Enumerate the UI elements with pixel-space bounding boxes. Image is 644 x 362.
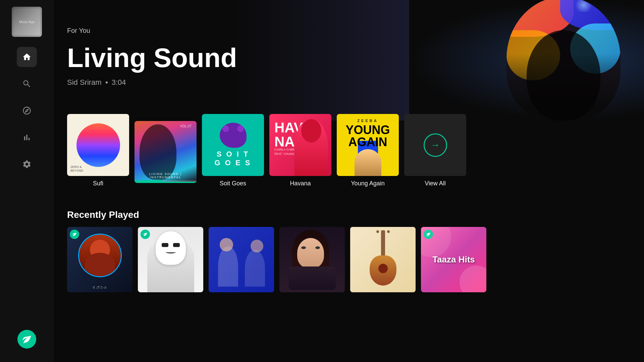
sidebar-item-charts[interactable] [17,127,37,147]
compass-icon [22,106,32,115]
living-sound-vol: VOL.07 [180,124,192,128]
album-art-young-again: ZEEBA YOUNGAGAIN [337,114,399,176]
album-card-living-sound[interactable]: VOL.07 LIVING SOUND | INSTRUMENTAL [135,121,197,187]
recent-card-1[interactable]: ಕನ್ನಡ [67,227,132,292]
album-label-soit-goes: Soit Goes [220,180,246,187]
bar-chart-icon [22,133,32,142]
album-art-soit-goes: S O I TG O E S [202,114,264,176]
rc1-bottom-label: ಕನ್ನಡ [67,286,132,290]
sidebar-navigation [17,47,37,330]
arrow-right-icon: → [431,140,440,150]
album-card-young-again[interactable]: ZEEBA YOUNGAGAIN Young Again [337,114,399,187]
hero-background-art [409,0,644,121]
app-logo[interactable]: Music App [12,7,42,37]
section-label: For You [67,27,237,35]
view-all-circle: → [424,133,447,157]
taaza-hits-title: Taaza Hits [432,254,475,265]
album-art-living-sound: VOL.07 LIVING SOUND | INSTRUMENTAL [135,121,197,183]
recent-card-6[interactable]: Taaza Hits [421,227,486,292]
sidebar: Music App [0,0,54,362]
album-progress-fill [135,180,162,182]
hero-content: For You Living Sound Sid Sriram 3:04 [67,27,237,87]
hero-meta: Sid Sriram 3:04 [67,78,237,87]
album-label-view-all: View All [425,180,446,187]
sidebar-bottom [17,330,36,349]
hero-title: Living Sound [67,45,237,71]
search-icon [22,79,32,88]
young-again-artist: ZEEBA [341,119,394,123]
hero-section: For You Living Sound Sid Sriram 3:04 [54,0,644,121]
view-all-container: → [404,114,466,176]
recently-played-row: ಕನ್ನಡ [67,227,631,292]
album-card-soit-goes[interactable]: S O I TG O E S Soit Goes [202,114,264,187]
rc1-badge [70,230,79,239]
album-card-sufi[interactable]: ZERO &BEYOND Sufi [67,114,129,187]
albums-row: ZERO &BEYOND Sufi VOL.07 LIVING SOUND | … [67,114,631,187]
hero-artwork [493,0,627,121]
hero-artist: Sid Sriram [67,78,102,87]
recent-card-2[interactable] [138,227,203,292]
album-label-young-again: Young Again [351,180,384,187]
sufi-circle-decoration [76,123,120,167]
sidebar-item-settings[interactable] [17,154,37,174]
sidebar-item-home[interactable] [17,47,37,67]
sidebar-item-search[interactable] [17,74,37,94]
young-again-title: YOUNGAGAIN [341,124,394,148]
album-label-sufi: Sufi [93,180,103,187]
settings-icon [22,160,32,169]
recent-card-5[interactable]: हिंदी [350,227,416,292]
app-brand-icon[interactable] [17,330,36,349]
main-content: For You Living Sound Sid Sriram 3:04 ZER… [54,0,644,362]
meta-separator [106,81,108,83]
recent-card-3[interactable]: తెలుగు [209,227,274,292]
recently-played-title: Recently Played [67,209,631,220]
leaf-icon [22,334,32,344]
album-art-sufi: ZERO &BEYOND [67,114,129,176]
recent-card-4[interactable] [279,227,345,292]
hero-duration: 3:04 [112,78,126,87]
album-card-view-all[interactable]: → View All [404,114,466,187]
album-card-havana[interactable]: HAVANA CAMILA CABELLOFEAT. YOUNG THUG Ha… [269,114,331,187]
album-progress-bar [135,180,197,182]
leaf-badge-icon [72,232,77,237]
album-label-havana: Havana [290,180,311,187]
albums-section: ZERO &BEYOND Sufi VOL.07 LIVING SOUND | … [54,114,644,187]
soit-text: S O I TG O E S [215,150,252,168]
album-art-havana: HAVANA CAMILA CABELLOFEAT. YOUNG THUG [269,114,331,176]
home-icon [22,52,32,62]
sidebar-item-explore[interactable] [17,101,37,121]
living-sound-overlay-text: LIVING SOUND | INSTRUMENTAL [135,172,197,179]
recently-played-section: Recently Played ಕನ್ನಡ [54,209,644,292]
